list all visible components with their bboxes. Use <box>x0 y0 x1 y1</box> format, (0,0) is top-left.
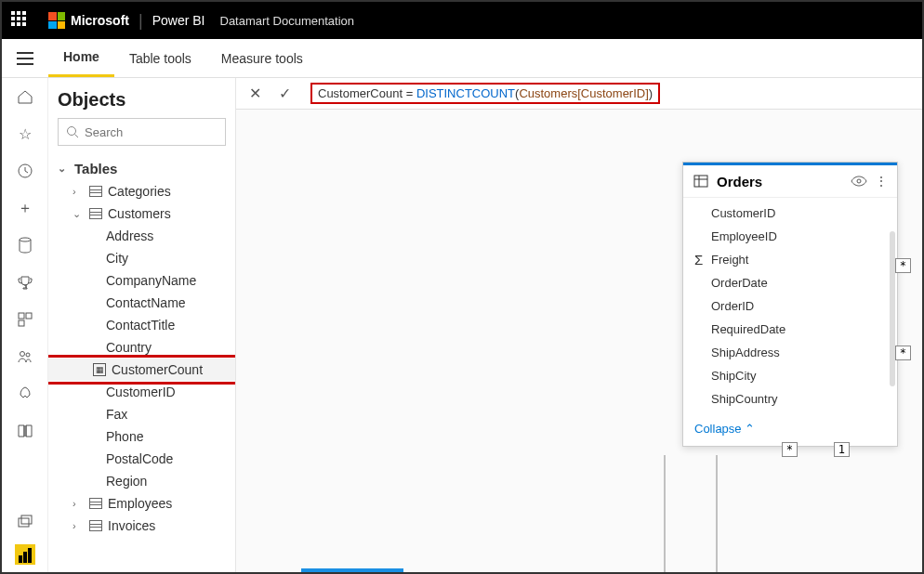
tab-table-tools[interactable]: Table tools <box>114 39 206 77</box>
rail-layers-icon[interactable] <box>14 511 36 533</box>
card-scrollbar[interactable] <box>890 231 895 386</box>
field-row[interactable]: ShipCity <box>683 364 897 387</box>
sigma-icon: Σ <box>694 252 703 267</box>
formula-eq: = <box>403 86 416 100</box>
column-name: CustomerCount <box>112 362 203 377</box>
table-node[interactable]: ›Employees <box>48 492 235 515</box>
field-row[interactable]: EmployeeID <box>683 225 897 248</box>
column-node[interactable]: CompanyName <box>48 269 235 292</box>
rail-plus-icon[interactable]: ＋ <box>14 197 36 219</box>
table-name: Customers <box>108 206 171 221</box>
rail-book-icon[interactable] <box>14 420 36 442</box>
rail-trophy-icon[interactable] <box>14 271 36 294</box>
svg-point-19 <box>20 352 24 357</box>
card-header: Orders ⋮ <box>683 165 897 198</box>
column-node[interactable]: ContactName <box>48 292 235 314</box>
field-row[interactable]: RequiredDate <box>683 318 897 341</box>
column-name: Address <box>106 228 153 243</box>
rail-rocket-icon[interactable] <box>14 383 36 405</box>
svg-point-20 <box>26 353 30 357</box>
rail-database-icon[interactable] <box>14 234 36 256</box>
column-node[interactable]: City <box>48 247 235 269</box>
tab-home[interactable]: Home <box>48 39 114 77</box>
field-row[interactable]: OrderID <box>683 294 897 318</box>
canvas[interactable]: ✕ ✓ CustomerCount = DISTINCTCOUNT(Custom… <box>236 78 922 572</box>
rail-apps-icon[interactable] <box>14 308 36 331</box>
column-node[interactable]: Region <box>48 470 235 492</box>
product-label: Power BI <box>152 13 205 28</box>
column-node[interactable]: Fax <box>48 403 235 425</box>
canvas-scroll-indicator[interactable] <box>301 568 403 572</box>
svg-point-28 <box>857 179 861 183</box>
table-icon <box>89 520 102 531</box>
field-name: EmployeeID <box>711 229 777 243</box>
column-name: Country <box>106 340 152 355</box>
field-name: RequiredDate <box>711 322 785 336</box>
field-row[interactable]: ΣFreight <box>683 248 897 271</box>
table-name: Invoices <box>108 518 155 533</box>
formula-cancel-button[interactable]: ✕ <box>244 83 266 105</box>
chevron-up-icon: ⌃ <box>745 422 755 436</box>
measure-icon: ▦ <box>93 363 106 376</box>
column-node[interactable]: CustomerID <box>48 381 235 403</box>
svg-rect-25 <box>694 176 707 187</box>
field-name: ShipAddress <box>711 346 780 359</box>
tab-measure-tools[interactable]: Measure tools <box>206 39 318 77</box>
rail-home-icon[interactable] <box>14 85 36 108</box>
powerbi-logo-icon[interactable] <box>15 544 35 565</box>
table-node[interactable]: ›Categories <box>48 180 235 202</box>
rail-star-icon[interactable]: ☆ <box>14 123 36 145</box>
objects-search[interactable] <box>58 118 226 146</box>
column-name: CompanyName <box>106 273 196 288</box>
column-node[interactable]: Address <box>48 225 235 247</box>
rail-people-icon[interactable] <box>14 346 36 368</box>
formula-reference: Customers[CustomerID] <box>519 86 648 100</box>
card-field-list: CustomerIDEmployeeIDΣFreightOrderDateOrd… <box>683 198 897 414</box>
table-node[interactable]: ›Invoices <box>48 515 235 537</box>
table-node[interactable]: ⌄Customers <box>48 202 235 225</box>
column-node[interactable]: PostalCode <box>48 448 235 470</box>
objects-title: Objects <box>48 78 235 118</box>
measure-node[interactable]: ▦CustomerCount <box>48 359 235 381</box>
formula-input[interactable]: CustomerCount = DISTINCTCOUNT(Customers[… <box>303 82 922 106</box>
objects-tree: ⌄ Tables ›Categories⌄CustomersAddressCit… <box>48 151 235 572</box>
field-name: ShipCountry <box>711 392 778 406</box>
svg-rect-16 <box>19 313 24 319</box>
nav-rail: ☆ ＋ <box>2 78 48 572</box>
column-name: Phone <box>106 429 143 444</box>
field-name: OrderID <box>711 299 754 313</box>
column-node[interactable]: ContactTitle <box>48 314 235 336</box>
chevron-down-icon: ⌄ <box>58 163 69 175</box>
collapse-link[interactable]: Collapse ⌃ <box>694 422 755 436</box>
column-node[interactable]: Country <box>48 336 235 359</box>
tables-group[interactable]: ⌄ Tables <box>48 157 235 180</box>
rail-clock-icon[interactable] <box>14 160 36 182</box>
field-row[interactable]: OrderDate <box>683 271 897 294</box>
nav-toggle-button[interactable] <box>2 52 48 65</box>
more-options-icon[interactable]: ⋮ <box>875 174 888 189</box>
field-row[interactable]: CustomerID <box>683 202 897 225</box>
svg-rect-18 <box>19 320 24 326</box>
field-row[interactable]: ShipCountry <box>683 387 897 411</box>
hamburger-icon <box>17 52 33 65</box>
column-name: PostalCode <box>106 451 173 466</box>
field-name: CustomerID <box>711 206 775 220</box>
visibility-icon[interactable] <box>851 176 867 187</box>
field-row[interactable]: ShipAddress <box>683 341 897 364</box>
orders-table-card[interactable]: Orders ⋮ CustomerIDEmployeeIDΣFreightOrd… <box>682 162 898 447</box>
formula-commit-button[interactable]: ✓ <box>273 83 296 105</box>
search-input[interactable] <box>85 125 241 139</box>
formula-close: ) <box>649 86 653 100</box>
main-area: Objects ⌄ Tables ›Categories⌄CustomersAd… <box>48 78 922 572</box>
svg-point-15 <box>20 238 31 241</box>
app-header: Microsoft | Power BI Datamart Documentat… <box>2 2 922 39</box>
search-icon <box>66 125 79 138</box>
chevron-right-icon: › <box>73 186 84 197</box>
relation-many-marker: * <box>895 346 911 360</box>
field-name: Freight <box>711 253 748 267</box>
chevron-right-icon: › <box>73 520 84 531</box>
column-node[interactable]: Phone <box>48 425 235 448</box>
card-title: Orders <box>717 174 843 189</box>
svg-line-24 <box>75 135 79 138</box>
app-launcher-icon[interactable] <box>11 11 30 30</box>
